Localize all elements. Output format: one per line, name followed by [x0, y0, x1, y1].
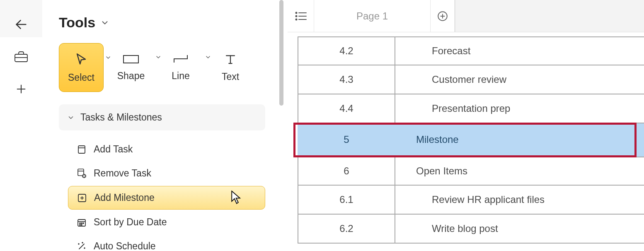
svg-rect-9	[78, 146, 85, 153]
tools-panel: Tools Select Shape Line Text	[42, 0, 278, 251]
chevron-down-icon	[67, 114, 75, 121]
arrow-left-icon	[14, 17, 28, 31]
section-label: Tasks & Milestones	[80, 112, 162, 123]
task-icon	[76, 144, 87, 155]
tool-select-label: Select	[68, 72, 94, 83]
tool-shape-label: Shape	[117, 70, 145, 82]
row-name: Forecast	[395, 36, 644, 65]
row-name: Write blog post	[395, 215, 644, 244]
menu-auto-schedule[interactable]: Auto Schedule	[68, 235, 265, 251]
toolbox-button[interactable]	[11, 47, 31, 67]
left-rail	[0, 0, 42, 251]
row-number: 6	[298, 157, 395, 186]
row-name: Presentation prep	[395, 94, 644, 123]
menu-add-milestone[interactable]: Add Milestone	[68, 186, 265, 210]
menu-label: Sort by Due Date	[94, 217, 167, 228]
row-name: Review HR applicant files	[395, 186, 644, 215]
menu-sort-due-date[interactable]: Sort by Due Date	[68, 211, 265, 234]
menu-label: Add Milestone	[94, 192, 155, 203]
row-number: 4.2	[298, 36, 395, 65]
add-page-button[interactable]	[430, 0, 455, 32]
svg-point-23	[83, 223, 84, 224]
row-name: Open Items	[395, 157, 644, 186]
row-number: 5	[298, 123, 395, 157]
row-number: 4.3	[298, 65, 395, 94]
table-row[interactable]: 4.2 Forecast	[288, 36, 644, 65]
table-row[interactable]: 4.4 Presentation prep	[288, 94, 644, 123]
table-row[interactable]: 4.3 Customer review	[288, 65, 644, 94]
tab-label: Page 1	[356, 10, 388, 22]
svg-rect-5	[123, 56, 138, 63]
row-name: Milestone	[395, 123, 644, 157]
svg-point-33	[295, 12, 297, 13]
cursor-icon	[74, 52, 88, 66]
milestone-add-icon	[77, 193, 87, 203]
row-number: 4.4	[298, 94, 395, 123]
task-table: 4.2 Forecast 4.3 Customer review 4.4 Pre…	[288, 32, 644, 244]
menu-add-task[interactable]: Add Task	[68, 138, 265, 161]
tool-line-label: Line	[172, 70, 189, 82]
svg-point-22	[81, 223, 82, 224]
task-remove-icon	[76, 168, 87, 179]
plus-circle-icon	[437, 11, 448, 22]
panel-title: Tools	[59, 14, 95, 31]
tool-text-label: Text	[222, 71, 239, 82]
magic-wand-icon	[76, 241, 87, 251]
calendar-icon	[76, 217, 87, 228]
row-name: Customer review	[395, 65, 644, 94]
table-row[interactable]: 6.1 Review HR applicant files	[288, 186, 644, 215]
tool-text[interactable]: Text	[208, 43, 253, 92]
tab-page-1[interactable]: Page 1	[314, 0, 430, 32]
tool-shape[interactable]: Shape	[109, 43, 153, 92]
svg-point-25	[81, 224, 82, 225]
row-number: 6.2	[298, 215, 395, 244]
panel-title-row[interactable]: Tools	[59, 14, 265, 31]
back-button[interactable]	[11, 14, 31, 34]
menu-label: Add Task	[94, 144, 133, 155]
table-row-selected[interactable]: 5 Milestone	[288, 123, 644, 157]
svg-point-37	[295, 19, 297, 20]
rectangle-icon	[123, 54, 139, 65]
panel-scrollbar[interactable]	[278, 0, 288, 251]
menu-label: Auto Schedule	[94, 241, 156, 251]
chevron-down-icon	[100, 18, 109, 27]
outline-button[interactable]	[288, 0, 314, 32]
menu-remove-task[interactable]: Remove Task	[68, 162, 265, 185]
svg-rect-1	[15, 54, 27, 62]
table-row[interactable]: 6.2 Write blog post	[288, 215, 644, 244]
connector-icon	[172, 54, 189, 65]
svg-line-26	[79, 244, 84, 249]
list-icon	[295, 11, 307, 21]
tool-select[interactable]: Select	[59, 43, 104, 92]
text-icon	[224, 53, 237, 65]
document-pane: Page 1 4.2 Forecast 4.3 Customer review …	[288, 0, 644, 251]
tool-line[interactable]: Line	[158, 43, 203, 92]
svg-point-35	[295, 15, 297, 17]
add-button[interactable]	[11, 79, 31, 99]
tab-bar: Page 1	[288, 0, 644, 32]
plus-icon	[15, 83, 27, 95]
menu-label: Remove Task	[94, 168, 151, 179]
svg-point-24	[80, 224, 80, 225]
table-row[interactable]: 6 Open Items	[288, 157, 644, 186]
row-number: 6.1	[298, 186, 395, 215]
section-tasks-milestones[interactable]: Tasks & Milestones	[59, 104, 265, 130]
toolbox-icon	[14, 51, 28, 63]
svg-point-21	[80, 223, 80, 224]
tool-buttons: Select Shape Line Text	[59, 43, 265, 92]
rail-background	[0, 37, 42, 251]
